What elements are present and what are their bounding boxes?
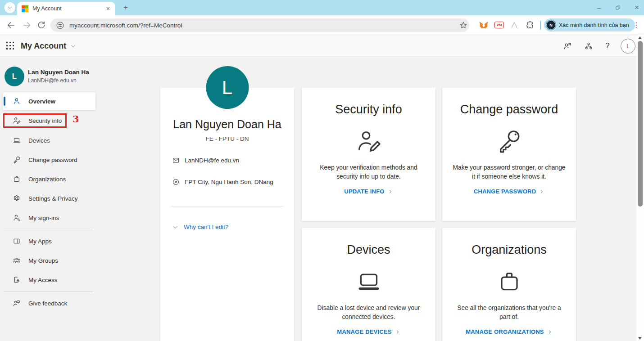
sidebar-item-give-feedback[interactable]: Give feedback (0, 295, 100, 311)
sidebar-item-settings-privacy[interactable]: Settings & Privacy (0, 190, 100, 206)
laptop-icon (355, 268, 382, 296)
apps-window-icon (13, 237, 21, 245)
profile-email: LanNDH@fe.edu.vn (185, 157, 239, 164)
profile-location: FPT City, Ngu Hanh Son, DNang (185, 179, 273, 185)
sidebar-item-overview[interactable]: Overview (3, 92, 95, 110)
chevron-down-icon (70, 43, 76, 49)
profile-department: FE - FPTU - DN (160, 135, 294, 142)
change-password-card: Change password Make your password stron… (442, 88, 576, 221)
sidebar-item-change-password[interactable]: Change password (0, 152, 100, 168)
security-info-card: Security info Keep your verification met… (302, 88, 435, 221)
card-title: Organizations (472, 243, 547, 257)
feedback-icon (13, 299, 21, 307)
profile-email-row: LanNDH@fe.edu.vn (172, 157, 294, 164)
sidebar-divider (4, 292, 93, 292)
tab-search-button[interactable] (5, 2, 15, 13)
mail-icon (172, 157, 180, 164)
card-description: Make your password stronger, or change i… (452, 163, 567, 181)
key-icon (13, 156, 21, 164)
sidebar-item-organizations[interactable]: Organizations (0, 171, 100, 187)
app-title-dropdown[interactable]: My Account (21, 35, 76, 57)
metamask-extension-icon[interactable] (479, 21, 489, 31)
sidebar-item-my-groups[interactable]: My Groups (0, 252, 100, 269)
laptop-icon (13, 136, 21, 144)
forward-icon[interactable] (22, 20, 32, 30)
person-icon (13, 97, 21, 105)
why-cant-edit-link[interactable]: Why can't I edit? (172, 224, 294, 230)
sidebar-avatar: L (5, 67, 24, 86)
location-compass-icon (172, 178, 180, 186)
organization-chart-icon[interactable] (584, 41, 593, 50)
sidebar-item-my-access[interactable]: My Access (0, 272, 100, 288)
waffle-icon[interactable] (6, 42, 15, 50)
site-settings-icon[interactable] (56, 21, 64, 30)
tab-close-icon[interactable]: × (105, 5, 111, 12)
document-lock-icon (13, 276, 21, 284)
extensions-puzzle-icon[interactable] (525, 20, 535, 30)
gear-icon (13, 194, 21, 202)
card-description: Disable a lost device and review your co… (311, 304, 426, 322)
devices-card: Devices Disable a lost device and review… (302, 228, 435, 341)
browser-toolbar: myaccount.microsoft.com/?ref=MeControl V… (0, 15, 644, 35)
organizations-card: Organizations See all the organizations … (442, 228, 576, 341)
sidebar-user-name: Lan Nguyen Doan Ha (28, 69, 89, 76)
manage-organizations-link[interactable]: MANAGE ORGANIZATIONS (466, 328, 552, 335)
bookmark-star-icon[interactable] (458, 20, 468, 30)
profile-card: L Lan Nguyen Doan Ha FE - FPTU - DN LanN… (160, 88, 294, 341)
page-scrollbar[interactable] (636, 35, 644, 341)
card-description: Keep your verification methods and secur… (311, 163, 426, 181)
profile-name: Lan Nguyen Doan Ha (160, 118, 294, 131)
scroll-up-arrow[interactable] (638, 36, 642, 39)
chevron-down-icon (7, 5, 13, 10)
vm-extension-icon[interactable]: VM (494, 20, 504, 30)
browser-menu-icon[interactable]: ⋮ (632, 19, 640, 31)
url-bar[interactable]: myaccount.microsoft.com/?ref=MeControl (50, 18, 469, 32)
chevron-down-icon (172, 224, 178, 230)
chevron-right-icon (395, 329, 400, 335)
help-button[interactable]: ? (605, 35, 609, 57)
sidebar-divider (4, 230, 93, 230)
person-edit-icon (13, 117, 21, 125)
switch-account-icon[interactable] (563, 41, 572, 50)
restore-icon (615, 5, 621, 10)
chevron-right-icon (388, 189, 393, 194)
scrollbar-thumb[interactable] (638, 41, 643, 206)
microsoft-favicon (22, 5, 28, 12)
selected-indicator (4, 97, 5, 106)
update-info-link[interactable]: UPDATE INFO (344, 188, 393, 195)
sidebar-item-my-sign-ins[interactable]: My sign-ins (0, 210, 100, 226)
tab-title: My Account (32, 5, 105, 12)
change-password-link[interactable]: CHANGE PASSWORD (474, 188, 545, 195)
verify-identity-icon: N (547, 21, 555, 29)
account-avatar-button[interactable]: L (621, 39, 635, 54)
toolbar-separator (540, 21, 541, 30)
sidebar-item-security-info[interactable]: Security info (0, 112, 100, 129)
back-icon[interactable] (6, 20, 16, 30)
person-key-icon (13, 214, 21, 222)
verify-identity-button[interactable]: N Xác minh danh tính của bạn (544, 18, 635, 31)
briefcase-icon (13, 175, 21, 183)
profile-divider (171, 206, 284, 206)
close-window-button[interactable]: × (632, 4, 641, 12)
profile-avatar: L (206, 66, 249, 109)
card-title: Change password (460, 103, 558, 117)
url-text: myaccount.microsoft.com/?ref=MeControl (69, 22, 182, 29)
card-description: See all the organizations that you're a … (452, 304, 567, 322)
key-icon (496, 127, 523, 155)
person-edit-icon (355, 127, 382, 155)
new-tab-button[interactable]: + (121, 3, 131, 13)
browser-tab[interactable]: My Account × (17, 2, 115, 15)
profile-location-row: FPT City, Ngu Hanh Son, DNang (172, 178, 294, 186)
scroll-down-arrow[interactable] (638, 337, 642, 340)
restore-button[interactable] (613, 5, 622, 10)
manage-devices-link[interactable]: MANAGE DEVICES (337, 328, 400, 335)
reload-icon[interactable] (36, 20, 46, 30)
minimize-button[interactable]: – (594, 4, 603, 11)
card-title: Devices (347, 243, 390, 257)
annotation-step-number: 3 (73, 113, 79, 125)
page-title: My Account (21, 41, 66, 51)
sidebar-item-devices[interactable]: Devices (0, 132, 100, 148)
card-title: Security info (335, 103, 402, 117)
sidebar-item-my-apps[interactable]: My Apps (0, 233, 100, 249)
a-extension-icon[interactable] (509, 20, 519, 30)
